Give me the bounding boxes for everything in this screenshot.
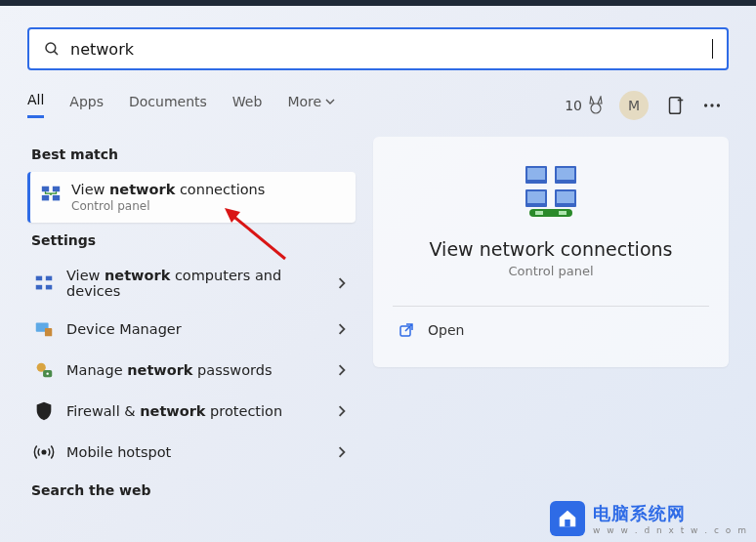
svg-point-4 (704, 104, 707, 106)
house-icon (557, 508, 578, 529)
user-avatar[interactable]: M (619, 91, 649, 120)
open-label: Open (428, 322, 464, 338)
item-text: Mobile hotspot (66, 444, 171, 460)
watermark-text-cn: 电脑系统网 (593, 502, 748, 525)
chevron-right-icon (336, 364, 348, 376)
hotspot-icon (33, 441, 55, 463)
section-settings: Settings (31, 232, 356, 248)
svg-point-19 (46, 372, 48, 374)
rewards-points[interactable]: 10 (565, 96, 604, 115)
header-right-controls: 10 M (565, 91, 723, 120)
search-icon (43, 40, 61, 58)
svg-point-5 (710, 104, 713, 106)
tab-documents[interactable]: Documents (129, 94, 207, 117)
detail-card: View network connections Control panel O… (373, 137, 729, 367)
svg-rect-7 (42, 187, 49, 192)
best-subtitle: Control panel (71, 199, 265, 213)
item-text-bold: network (127, 362, 192, 378)
credentials-icon (33, 359, 55, 381)
watermark-text-url: w w w . d n x t w . c o m (593, 525, 748, 535)
best-title-post: connections (175, 182, 265, 197)
svg-rect-12 (46, 276, 52, 281)
watermark: 电脑系统网 w w w . d n x t w . c o m (550, 501, 748, 536)
settings-item-firewall[interactable]: Firewall & network protection (27, 391, 356, 432)
settings-item-device-manager[interactable]: Device Manager (27, 309, 356, 350)
network-connections-icon (40, 184, 62, 205)
phone-link-icon[interactable] (664, 95, 686, 116)
svg-rect-30 (535, 211, 543, 215)
svg-rect-22 (527, 168, 545, 180)
svg-rect-31 (559, 211, 567, 215)
content-area: Best match View network connections Cont… (27, 137, 729, 508)
svg-rect-28 (557, 191, 574, 203)
device-manager-icon (33, 318, 55, 340)
svg-line-1 (54, 51, 58, 55)
detail-icon-wrap (393, 164, 709, 221)
svg-point-2 (591, 104, 601, 113)
medal-icon (588, 96, 604, 115)
detail-subtitle: Control panel (393, 264, 709, 278)
settings-item-network-passwords[interactable]: Manage network passwords (27, 350, 356, 391)
results-column: Best match View network connections Cont… (27, 137, 356, 508)
best-title-pre: View (71, 182, 109, 197)
svg-rect-13 (36, 285, 42, 290)
svg-rect-14 (46, 285, 52, 290)
svg-rect-26 (527, 191, 545, 203)
svg-rect-9 (42, 195, 49, 201)
watermark-logo (550, 501, 585, 536)
search-bar[interactable] (27, 27, 729, 70)
svg-rect-16 (45, 328, 52, 336)
chevron-right-icon (336, 323, 348, 335)
tab-web[interactable]: Web (232, 94, 263, 117)
filter-tabs: All Apps Documents Web More 10 M (27, 88, 729, 123)
open-icon (399, 322, 414, 338)
more-icon[interactable] (701, 95, 723, 116)
tab-more[interactable]: More (287, 94, 335, 117)
svg-rect-11 (36, 276, 42, 281)
best-title-bold: network (109, 182, 175, 197)
settings-item-network-devices[interactable]: View network computers and devices (27, 258, 356, 309)
svg-rect-24 (557, 168, 574, 180)
section-search-web: Search the web (31, 482, 356, 498)
tab-apps[interactable]: Apps (69, 94, 104, 117)
item-text-bold: network (140, 403, 205, 419)
item-text-post: protection (205, 403, 282, 419)
detail-column: View network connections Control panel O… (373, 137, 729, 508)
window-top-border (0, 0, 756, 6)
settings-item-mobile-hotspot[interactable]: Mobile hotspot (27, 432, 356, 473)
open-action[interactable]: Open (393, 307, 709, 354)
svg-rect-33 (565, 520, 570, 526)
text-caret (712, 39, 713, 59)
tab-more-label: More (287, 94, 321, 109)
best-match-result[interactable]: View network connections Control panel (27, 172, 356, 223)
chevron-right-icon (336, 446, 348, 458)
svg-rect-10 (53, 195, 60, 201)
tab-all[interactable]: All (27, 92, 44, 118)
points-value: 10 (565, 98, 582, 113)
svg-point-20 (42, 450, 46, 454)
section-best-match: Best match (31, 146, 356, 162)
chevron-right-icon (336, 405, 348, 417)
search-input[interactable] (70, 40, 712, 59)
item-text: Device Manager (66, 321, 182, 337)
search-panel: All Apps Documents Web More 10 M (10, 18, 746, 542)
item-text-bold: network (105, 268, 170, 283)
chevron-right-icon (336, 277, 348, 289)
chevron-down-icon (325, 97, 335, 106)
network-connections-large-icon (520, 164, 582, 221)
svg-point-6 (717, 104, 720, 106)
item-text: Firewall & (66, 403, 140, 419)
item-text: View (66, 268, 105, 283)
shield-icon (33, 400, 55, 422)
network-devices-icon (33, 272, 55, 294)
svg-rect-8 (53, 187, 60, 192)
detail-title: View network connections (393, 238, 709, 260)
best-match-text: View network connections Control panel (71, 182, 265, 213)
item-text: Manage (66, 362, 127, 378)
svg-point-0 (46, 43, 56, 53)
item-text-post: passwords (192, 362, 272, 378)
